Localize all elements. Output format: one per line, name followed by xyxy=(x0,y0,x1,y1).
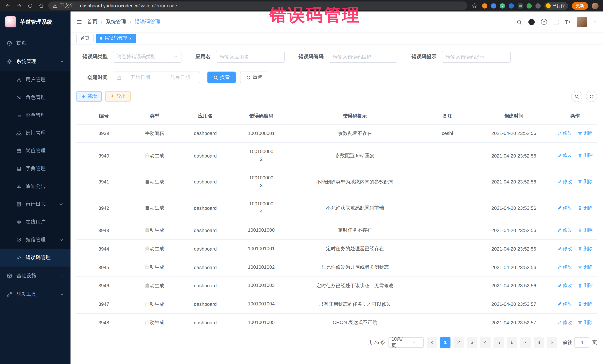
filter-create-time: 创建时间 开始日期 - 结束日期 xyxy=(76,72,200,83)
cell-remark xyxy=(420,195,475,221)
sidebar-item-error-code[interactable]: 错误码管理 xyxy=(0,249,70,266)
error-type-select[interactable]: 请选择错误码类型 xyxy=(113,51,181,63)
extension-leaf-icon[interactable] xyxy=(527,3,532,8)
sidebar-item-users[interactable]: 用户管理 xyxy=(0,71,70,88)
delete-link[interactable]: 删除 xyxy=(578,246,593,252)
sidebar-item-sms[interactable]: 短信管理 xyxy=(0,231,70,249)
edit-link[interactable]: 修改 xyxy=(557,246,572,252)
page-button[interactable]: 1 xyxy=(440,337,451,348)
edit-link[interactable]: 修改 xyxy=(557,179,572,185)
search-icon xyxy=(517,19,522,25)
edit-link[interactable]: 修改 xyxy=(557,153,572,159)
breadcrumb-home[interactable]: 首页 xyxy=(87,19,98,25)
question-icon: ? xyxy=(541,19,547,25)
search-button[interactable]: 搜索 xyxy=(208,72,236,83)
browser-update-button[interactable]: 更新 xyxy=(572,2,588,10)
tab-error-code[interactable]: 错误码管理 × xyxy=(96,33,136,43)
date-start-placeholder[interactable]: 开始日期 xyxy=(124,74,157,81)
page-button[interactable]: 6 xyxy=(507,337,517,348)
page-button[interactable]: 4 xyxy=(480,337,491,348)
sidebar-item-audit-log[interactable]: 审计日志 xyxy=(0,195,70,213)
page-button[interactable]: ··· xyxy=(520,337,531,348)
edit-link[interactable]: 修改 xyxy=(557,205,572,211)
edit-link[interactable]: 修改 xyxy=(557,301,572,307)
browser-back-button[interactable] xyxy=(4,2,12,10)
date-end-placeholder[interactable]: 结束日期 xyxy=(164,74,196,81)
edit-link[interactable]: 修改 xyxy=(557,319,572,326)
delete-link[interactable]: 删除 xyxy=(578,319,593,326)
delete-link[interactable]: 删除 xyxy=(578,264,593,270)
font-size-button[interactable]: TT xyxy=(565,19,570,24)
next-page-button[interactable] xyxy=(547,337,557,348)
extension-on-badge-icon[interactable]: on xyxy=(518,3,523,8)
tab-close-icon[interactable]: × xyxy=(129,36,132,41)
column-header-actions: 操作 xyxy=(553,108,597,124)
extension-drop-icon[interactable] xyxy=(491,3,496,8)
browser-forward-button[interactable] xyxy=(15,2,23,10)
sidebar-item-online-users[interactable]: 在线用户 xyxy=(0,213,70,231)
help-button[interactable]: ? xyxy=(541,19,547,25)
page-button[interactable]: 5 xyxy=(494,337,504,348)
error-code-input[interactable] xyxy=(329,51,397,63)
cell-code: 1001001004 xyxy=(233,295,290,314)
cell-remark xyxy=(420,143,475,169)
breadcrumb-system[interactable]: 系统管理 xyxy=(106,19,127,25)
sidebar-collapse-button[interactable] xyxy=(76,19,82,25)
app-name-input[interactable] xyxy=(216,51,284,63)
page-button[interactable]: 2 xyxy=(453,337,464,348)
column-header-app: 应用名 xyxy=(178,108,233,124)
sidebar-item-departments[interactable]: 部门管理 xyxy=(0,124,70,142)
delete-link[interactable]: 删除 xyxy=(578,179,593,185)
browser-refresh-button[interactable] xyxy=(26,2,34,10)
delete-link[interactable]: 删除 xyxy=(578,130,593,136)
edit-link[interactable]: 修改 xyxy=(557,227,572,233)
export-button[interactable]: 导出 xyxy=(105,91,131,101)
extension-vue-devtools-icon[interactable]: V xyxy=(500,3,505,8)
browser-home-button[interactable] xyxy=(37,2,45,10)
page-button[interactable]: 3 xyxy=(467,337,477,348)
sidebar-item-dictionary[interactable]: 字典管理 xyxy=(0,160,70,177)
address-bar[interactable]: 不安全 | dashboard.yudao.iocoder.cn/system/… xyxy=(48,1,467,10)
page-size-select[interactable]: 10条/页 xyxy=(388,337,424,348)
tab-home[interactable]: 首页 xyxy=(76,33,93,43)
delete-link[interactable]: 删除 xyxy=(578,282,593,289)
github-button[interactable] xyxy=(528,19,535,25)
pencil-icon xyxy=(557,265,562,269)
recording-paused-badge[interactable]: 已暂停 xyxy=(544,2,568,10)
edit-link[interactable]: 修改 xyxy=(557,264,572,270)
header-search-button[interactable] xyxy=(517,19,522,25)
page-button[interactable]: 8 xyxy=(533,337,544,348)
sidebar-item-posts[interactable]: 岗位管理 xyxy=(0,142,70,160)
sidebar-item-announcements[interactable]: 通知公告 xyxy=(0,177,70,195)
browser-profile-avatar[interactable] xyxy=(592,2,599,9)
user-avatar[interactable] xyxy=(577,17,587,27)
extension-pin-icon[interactable] xyxy=(535,3,541,8)
recorder-emoji-icon xyxy=(546,3,551,8)
prev-page-button[interactable] xyxy=(427,337,437,348)
chevron-down-icon[interactable] xyxy=(593,20,597,24)
date-range-picker[interactable]: 开始日期 - 结束日期 xyxy=(113,72,200,83)
error-hint-input[interactable] xyxy=(442,51,510,63)
add-button[interactable]: 新增 xyxy=(76,91,102,101)
delete-link[interactable]: 删除 xyxy=(578,301,593,307)
sidebar-item-dev-tools[interactable]: 研发工具 xyxy=(0,285,70,304)
edit-link[interactable]: 修改 xyxy=(557,130,572,136)
delete-link[interactable]: 删除 xyxy=(578,153,593,159)
toggle-search-button[interactable] xyxy=(571,91,582,102)
reset-button[interactable]: 重置 xyxy=(240,72,268,83)
sidebar-item-system[interactable]: 系统管理 xyxy=(0,52,70,71)
delete-link[interactable]: 删除 xyxy=(578,227,593,233)
bookmark-star-icon[interactable] xyxy=(470,2,478,10)
sidebar-item-roles[interactable]: 角色管理 xyxy=(0,88,70,106)
sidebar-item-home[interactable]: 首页 xyxy=(0,34,70,52)
refresh-table-button[interactable] xyxy=(586,91,597,102)
delete-link[interactable]: 删除 xyxy=(578,205,593,211)
extension-grid-icon[interactable] xyxy=(509,3,514,8)
fullscreen-button[interactable] xyxy=(553,19,559,25)
sidebar-item-menus[interactable]: 菜单管理 xyxy=(0,106,70,124)
goto-page-input[interactable] xyxy=(574,337,590,348)
extension-record-icon[interactable] xyxy=(482,3,487,8)
pencil-icon xyxy=(557,283,562,288)
edit-link[interactable]: 修改 xyxy=(557,282,572,289)
sidebar-item-infrastructure[interactable]: 基础设施 xyxy=(0,266,70,285)
